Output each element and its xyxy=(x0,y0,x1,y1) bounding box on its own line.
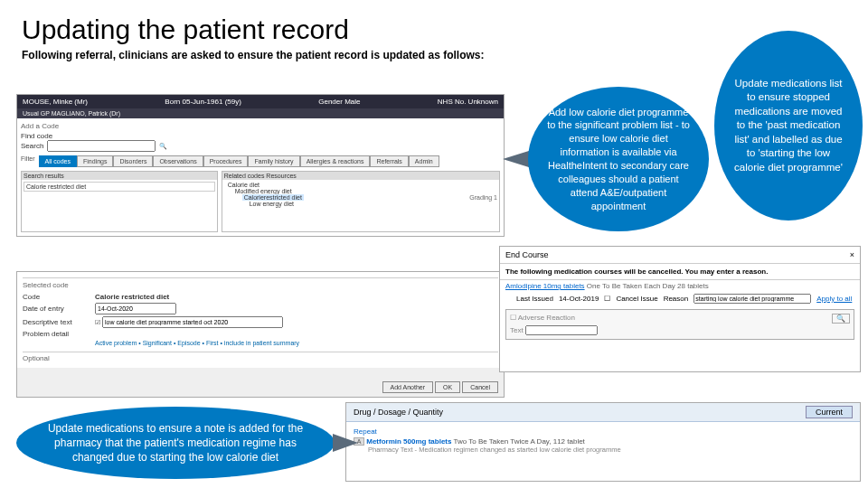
description-input[interactable] xyxy=(102,316,283,328)
callout-problem-list: Add low calorie diet programme to the si… xyxy=(528,87,709,231)
tab-all-codes[interactable]: All codes xyxy=(39,155,77,167)
patient-gender: Gender Male xyxy=(318,98,360,106)
last-issued-value: 14-Oct-2019 xyxy=(559,295,599,303)
tab-admin[interactable]: Admin xyxy=(409,155,439,167)
arrow-icon xyxy=(333,434,358,452)
related-codes-header: Related codes Resources xyxy=(222,172,499,180)
ehr-code-form-screenshot: Selected code CodeCalorie restricted die… xyxy=(16,271,505,398)
apply-all-link[interactable]: Apply to all xyxy=(816,295,852,303)
reason-input[interactable] xyxy=(693,294,811,304)
ehr-end-course-screenshot: End Course × The following medication co… xyxy=(499,246,861,372)
search-label: Search xyxy=(21,142,43,150)
tab-procedures[interactable]: Procedures xyxy=(203,155,249,167)
callout-pharmacy-note: Update medications to ensure a note is a… xyxy=(16,407,335,479)
medication-name[interactable]: Metformin 500mg tablets xyxy=(366,437,451,446)
code-search-input[interactable] xyxy=(47,140,156,152)
pharmacy-text: Pharmacy Text - Medication regimen chang… xyxy=(354,446,853,454)
problem-flags: Active problem • Significant • Episode •… xyxy=(23,340,498,346)
section-label: Add a Code xyxy=(21,122,500,130)
tab-referrals[interactable]: Referrals xyxy=(370,155,408,167)
tab-observations[interactable]: Observations xyxy=(153,155,203,167)
callout-med-update: Update medications list to ensure stoppe… xyxy=(714,31,863,221)
patient-gp-row: Usual GP MAGLIANO, Patrick (Dr) xyxy=(17,108,504,118)
page-title: Updating the patient record xyxy=(0,0,868,49)
tab-findings[interactable]: Findings xyxy=(77,155,113,167)
tab-allergies[interactable]: Allergies & reactions xyxy=(300,155,371,167)
grading-label: Grading 1 xyxy=(469,194,497,201)
patient-nhs: NHS No. Unknown xyxy=(438,98,498,106)
find-code-label: Find code xyxy=(21,132,500,140)
patient-banner: MOUSE, Minke (Mr) Born 05-Jun-1961 (59y)… xyxy=(17,95,504,108)
medication-link[interactable]: Amlodipine 10mg tablets xyxy=(505,282,585,290)
code-value: Calorie restricted diet xyxy=(95,293,498,301)
optional-section: Optional xyxy=(23,352,498,362)
dialog-title: End Course xyxy=(505,250,549,259)
tab-disorders[interactable]: Disorders xyxy=(113,155,153,167)
ok-button[interactable]: OK xyxy=(435,381,460,393)
search-result-item[interactable]: Calorie restricted diet xyxy=(24,182,215,192)
drug-header: Drug / Dosage / Quantity xyxy=(354,408,443,417)
current-tab[interactable]: Current xyxy=(806,406,853,418)
cancel-banner: The following medication courses will be… xyxy=(500,264,860,280)
add-another-button[interactable]: Add Another xyxy=(382,381,434,393)
repeat-label: Repeat xyxy=(354,427,853,436)
related-item[interactable]: Low energy diet xyxy=(228,201,497,207)
patient-name: MOUSE, Minke (Mr) xyxy=(23,98,88,106)
date-input[interactable] xyxy=(95,303,176,314)
adverse-checkbox-label[interactable]: Adverse Reaction xyxy=(518,314,575,322)
related-item-selected[interactable]: Calorierestricted diet xyxy=(242,194,304,201)
patient-dob: Born 05-Jun-1961 (59y) xyxy=(165,98,241,106)
tab-family[interactable]: Family history xyxy=(248,155,299,167)
ehr-repeat-screenshot: Drug / Dosage / Quantity Current Repeat … xyxy=(345,402,861,482)
code-filter-tabs: Filter All codes Findings Disorders Obse… xyxy=(21,155,500,167)
medication-direction: One To Be Taken Each Day 28 tablets xyxy=(587,282,709,290)
ehr-add-code-screenshot: MOUSE, Minke (Mr) Born 05-Jun-1961 (59y)… xyxy=(16,94,505,237)
related-item[interactable]: Modified energy diet xyxy=(228,188,497,194)
search-results-header: Search results xyxy=(22,172,217,180)
cancel-button[interactable]: Cancel xyxy=(462,381,498,393)
medication-dosage: Two To Be Taken Twice A Day, 112 tablet xyxy=(454,437,585,446)
adverse-text-input[interactable] xyxy=(525,325,598,335)
selected-code-label: Selected code xyxy=(23,277,498,289)
close-icon[interactable]: × xyxy=(850,250,854,259)
related-item[interactable]: Calorie diet xyxy=(228,182,497,188)
